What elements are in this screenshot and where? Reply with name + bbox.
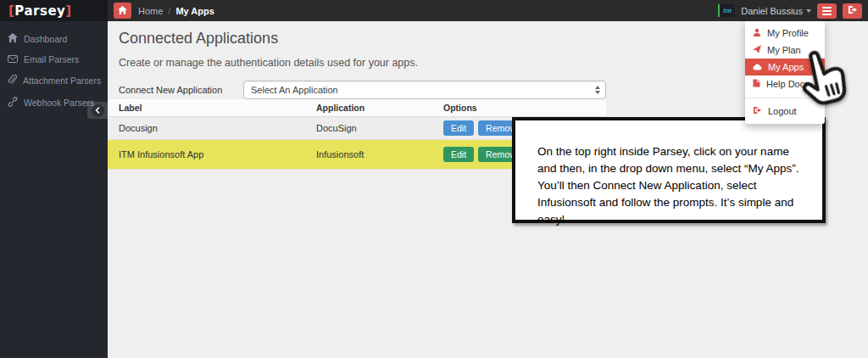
edit-button[interactable]: Edit <box>443 120 474 136</box>
cell-application: Infusionsoft <box>305 140 432 170</box>
file-icon <box>753 79 760 89</box>
sidebar-item-label: Dashboard <box>24 34 67 44</box>
logo-text: Parsey <box>14 3 65 19</box>
cell-label: ITM Infusionsoft App <box>108 140 305 170</box>
menu-item-my-apps[interactable]: My Apps <box>745 59 825 76</box>
sidebar: [Parsey] Dashboard Email Parsers Attachm… <box>0 0 108 358</box>
sidebar-nav: Dashboard Email Parsers Attachment Parse… <box>0 21 108 114</box>
user-icon <box>753 28 761 38</box>
breadcrumb-home-link[interactable]: Home <box>138 6 163 16</box>
table-header-row: Label Application Options <box>108 99 606 117</box>
topbar-right: tm Daniel Bussius <box>718 3 862 19</box>
breadcrumb-home-button[interactable] <box>114 3 131 19</box>
sidebar-collapse-button[interactable] <box>87 102 108 119</box>
logout-button[interactable] <box>843 3 862 19</box>
topbar: Home / My Apps tm Daniel Bussius <box>108 0 868 21</box>
sidebar-item-attachment-parsers[interactable]: Attachment Parsers <box>0 70 108 92</box>
menu-item-label: My Plan <box>767 45 801 55</box>
collapse-arrow-icon <box>92 104 104 117</box>
menu-item-label: Logout <box>768 106 797 116</box>
chevron-down-icon <box>806 9 811 13</box>
paper-plane-icon <box>753 45 761 55</box>
sign-out-icon <box>848 5 858 16</box>
edit-button[interactable]: Edit <box>443 147 474 162</box>
sidebar-item-label: Webhook Parsers <box>24 98 94 108</box>
link-icon <box>8 97 18 109</box>
home-icon <box>118 6 127 16</box>
menu-item-label: My Profile <box>767 28 809 38</box>
hamburger-icon <box>822 7 832 15</box>
parsey-logo[interactable]: [Parsey] <box>8 3 72 19</box>
page-subtitle: Create or manage the authentication deta… <box>119 57 418 69</box>
application-select[interactable]: Select An Application <box>243 81 606 99</box>
instruction-text: On the top right inside Parsey, click on… <box>537 143 802 228</box>
menu-item-logout[interactable]: Logout <box>745 103 825 120</box>
menu-item-my-plan[interactable]: My Plan <box>745 42 825 59</box>
cell-label: Docusign <box>108 117 305 140</box>
connect-new-application-label: Connect New Application <box>119 85 222 95</box>
menu-item-label: Help Docs <box>766 79 810 89</box>
menu-divider <box>745 98 825 98</box>
user-dropdown-menu: My Profile My Plan My Apps Help Docs Log… <box>745 21 825 124</box>
application-select-value: Select An Application <box>251 85 595 95</box>
paperclip-icon <box>8 75 17 87</box>
instruction-callout-box: On the top right inside Parsey, click on… <box>512 117 826 223</box>
menu-item-my-profile[interactable]: My Profile <box>745 25 825 42</box>
cell-application: DocuSign <box>305 117 432 140</box>
sidebar-item-label: Attachment Parsers <box>23 76 101 86</box>
sidebar-item-dashboard[interactable]: Dashboard <box>0 28 108 49</box>
select-stepper-icon <box>595 86 600 94</box>
user-name-label: Daniel Bussius <box>741 6 803 16</box>
envelope-icon <box>8 54 18 64</box>
column-header-options: Options <box>432 99 606 117</box>
logout-icon <box>753 106 762 116</box>
menu-item-label: My Apps <box>768 62 804 72</box>
column-header-application: Application <box>305 99 432 117</box>
user-avatar: tm <box>718 4 735 17</box>
cloud-icon <box>753 62 762 72</box>
breadcrumb-separator: / <box>168 6 170 16</box>
menu-toggle-button[interactable] <box>817 3 837 19</box>
page-title: Connected Applications <box>119 30 278 48</box>
user-menu-toggle[interactable]: Daniel Bussius <box>741 6 811 16</box>
sidebar-item-label: Email Parsers <box>24 54 79 64</box>
logo-bracket-right: ] <box>65 3 71 19</box>
logo-strip: [Parsey] <box>0 0 108 21</box>
sidebar-item-email-parsers[interactable]: Email Parsers <box>0 49 108 70</box>
breadcrumb-current: My Apps <box>175 6 214 16</box>
column-header-label: Label <box>108 99 305 117</box>
home-icon <box>8 33 18 44</box>
menu-item-help-docs[interactable]: Help Docs <box>745 76 825 92</box>
